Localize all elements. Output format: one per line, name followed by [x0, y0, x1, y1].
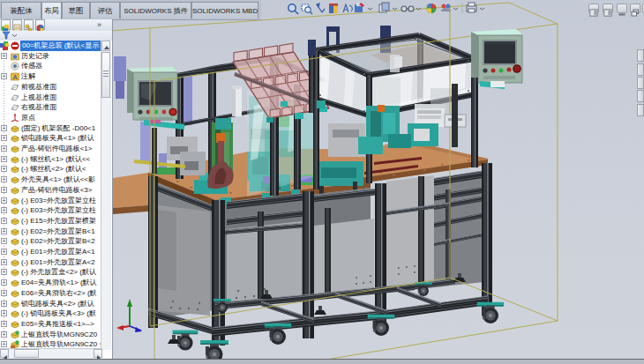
- svg-text:A: A: [13, 74, 18, 80]
